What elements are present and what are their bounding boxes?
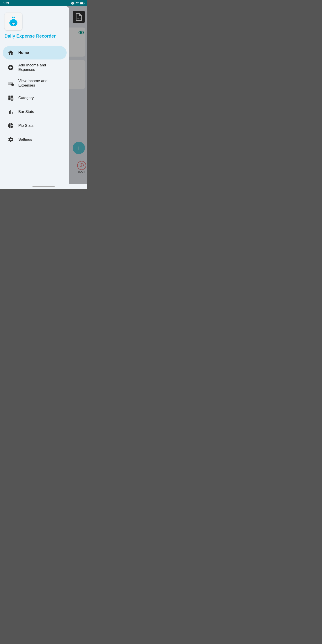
- status-icons: [71, 2, 84, 5]
- bottom-bar: [0, 184, 87, 189]
- settings-icon: [7, 136, 14, 143]
- svg-point-9: [13, 24, 14, 25]
- bar-chart-icon: [7, 108, 14, 116]
- pie-stats-label: Pie Stats: [18, 124, 34, 128]
- svg-rect-1: [84, 3, 84, 4]
- svg-rect-2: [80, 2, 84, 4]
- category-icon: [7, 94, 14, 102]
- app-logo-icon: [7, 15, 20, 28]
- navigation-drawer: Daily Expense Recorder Home Add Income a…: [0, 6, 69, 189]
- svg-rect-11: [8, 96, 10, 98]
- app-title: Daily Expense Recorder: [4, 34, 65, 39]
- sidebar-item-view-income-expenses[interactable]: View Income and Expenses: [3, 76, 67, 91]
- add-income-label: Add Income and Expenses: [18, 63, 62, 72]
- svg-point-10: [11, 84, 14, 86]
- view-income-label: View Income and Expenses: [18, 79, 62, 88]
- sidebar-item-home[interactable]: Home: [3, 46, 67, 60]
- signal-icon: [76, 2, 79, 5]
- sidebar-item-bar-stats[interactable]: Bar Stats: [3, 105, 67, 118]
- svg-rect-13: [8, 98, 10, 100]
- status-bar: 3:33: [0, 0, 87, 6]
- app-logo: [4, 12, 22, 30]
- category-label: Category: [18, 96, 34, 100]
- svg-rect-5: [12, 19, 15, 20]
- sidebar-item-category[interactable]: Category: [3, 91, 67, 105]
- battery-icon: [80, 2, 84, 5]
- svg-rect-12: [11, 96, 13, 98]
- sidebar-item-add-income-expenses[interactable]: Add Income and Expenses: [3, 60, 67, 75]
- home-icon: [7, 49, 14, 56]
- add-circle-icon: [7, 64, 14, 71]
- nav-list: Home Add Income and Expenses View Income…: [0, 43, 69, 149]
- home-label: Home: [18, 50, 29, 55]
- settings-label: Settings: [18, 137, 32, 142]
- pie-chart-icon: [7, 122, 14, 129]
- bottom-handle: [32, 186, 55, 187]
- view-list-icon: [7, 80, 14, 87]
- bar-stats-label: Bar Stats: [18, 110, 34, 114]
- wifi-icon: [71, 2, 75, 5]
- sidebar-item-pie-stats[interactable]: Pie Stats: [3, 119, 67, 132]
- status-time: 3:33: [3, 1, 9, 5]
- sidebar-item-settings[interactable]: Settings: [3, 133, 67, 146]
- drawer-header: Daily Expense Recorder: [0, 6, 69, 43]
